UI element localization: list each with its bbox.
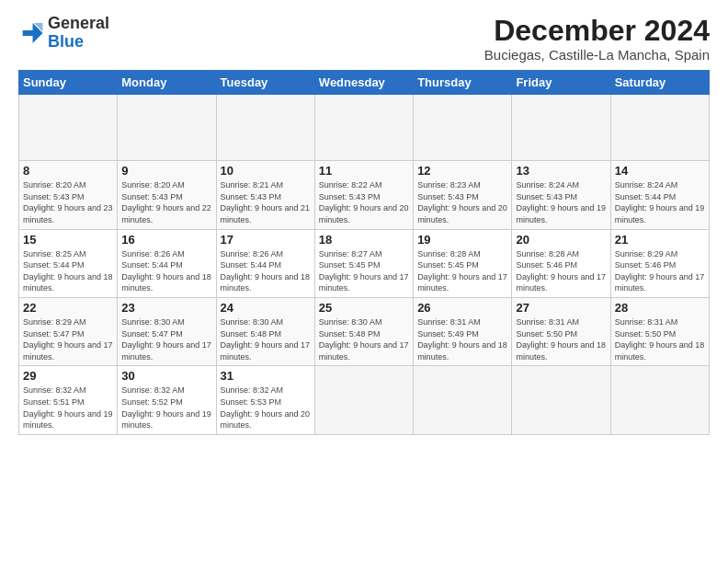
day-detail: Sunrise: 8:29 AM Sunset: 5:47 PM Dayligh… (23, 317, 113, 362)
day-detail: Sunrise: 8:26 AM Sunset: 5:44 PM Dayligh… (221, 249, 311, 293)
logo-icon (18, 20, 44, 46)
day-number: 15 (23, 233, 113, 247)
header-row: SundayMondayTuesdayWednesdayThursdayFrid… (19, 71, 710, 95)
calendar-cell: 15 Sunrise: 8:25 AM Sunset: 5:44 PM Dayl… (19, 229, 118, 297)
day-number: 12 (417, 164, 507, 178)
calendar-week-row: 22 Sunrise: 8:29 AM Sunset: 5:47 PM Dayl… (19, 297, 710, 365)
day-detail: Sunrise: 8:32 AM Sunset: 5:53 PM Dayligh… (221, 385, 311, 430)
calendar-cell (118, 95, 216, 161)
day-number: 21 (615, 233, 705, 247)
calendar-cell: 28 Sunrise: 8:31 AM Sunset: 5:50 PM Dayl… (610, 297, 709, 365)
calendar-cell: 22 Sunrise: 8:29 AM Sunset: 5:47 PM Dayl… (19, 297, 118, 365)
calendar-cell: 25 Sunrise: 8:30 AM Sunset: 5:48 PM Dayl… (314, 297, 413, 365)
day-detail: Sunrise: 8:21 AM Sunset: 5:43 PM Dayligh… (221, 180, 311, 224)
calendar-cell: 30 Sunrise: 8:32 AM Sunset: 5:52 PM Dayl… (118, 366, 216, 434)
day-number: 28 (615, 301, 705, 315)
weekday-header: Sunday (19, 71, 118, 95)
day-number: 27 (516, 301, 606, 315)
day-detail: Sunrise: 8:31 AM Sunset: 5:49 PM Dayligh… (417, 317, 507, 362)
weekday-header: Tuesday (216, 71, 314, 95)
day-number: 10 (221, 164, 311, 178)
location-title: Buciegas, Castille-La Mancha, Spain (484, 47, 710, 63)
day-detail: Sunrise: 8:20 AM Sunset: 5:43 PM Dayligh… (121, 180, 211, 224)
page-container: General Blue December 2024 Buciegas, Cas… (0, 0, 728, 444)
calendar-week-row (19, 95, 710, 161)
day-number: 16 (121, 233, 211, 247)
logo-text: General Blue (48, 15, 109, 52)
day-number: 25 (319, 301, 409, 315)
header: General Blue December 2024 Buciegas, Cas… (18, 15, 710, 63)
day-detail: Sunrise: 8:27 AM Sunset: 5:45 PM Dayligh… (319, 249, 409, 293)
month-title: December 2024 (484, 15, 710, 47)
calendar-cell (414, 366, 512, 434)
day-number: 19 (417, 233, 507, 247)
logo: General Blue (18, 15, 109, 52)
calendar-week-row: 8 Sunrise: 8:20 AM Sunset: 5:43 PM Dayli… (19, 161, 710, 229)
day-number: 29 (23, 369, 113, 383)
day-number: 20 (516, 233, 606, 247)
day-number: 26 (417, 301, 507, 315)
day-detail: Sunrise: 8:28 AM Sunset: 5:46 PM Dayligh… (516, 249, 606, 293)
day-detail: Sunrise: 8:24 AM Sunset: 5:44 PM Dayligh… (615, 180, 705, 224)
calendar-cell (610, 95, 709, 161)
calendar-cell (314, 366, 413, 434)
weekday-header: Saturday (610, 71, 709, 95)
day-detail: Sunrise: 8:31 AM Sunset: 5:50 PM Dayligh… (516, 317, 606, 362)
calendar-cell: 10 Sunrise: 8:21 AM Sunset: 5:43 PM Dayl… (216, 161, 314, 229)
calendar-cell (610, 366, 709, 434)
calendar-cell: 8 Sunrise: 8:20 AM Sunset: 5:43 PM Dayli… (19, 161, 118, 229)
day-detail: Sunrise: 8:26 AM Sunset: 5:44 PM Dayligh… (121, 249, 211, 293)
calendar-cell: 9 Sunrise: 8:20 AM Sunset: 5:43 PM Dayli… (118, 161, 216, 229)
calendar-week-row: 29 Sunrise: 8:32 AM Sunset: 5:51 PM Dayl… (19, 366, 710, 434)
day-detail: Sunrise: 8:32 AM Sunset: 5:51 PM Dayligh… (23, 385, 113, 430)
weekday-header: Monday (118, 71, 216, 95)
calendar-cell: 11 Sunrise: 8:22 AM Sunset: 5:43 PM Dayl… (314, 161, 413, 229)
calendar-table: SundayMondayTuesdayWednesdayThursdayFrid… (18, 70, 710, 435)
calendar-cell (216, 95, 314, 161)
day-number: 18 (319, 233, 409, 247)
weekday-header: Friday (512, 71, 610, 95)
calendar-cell: 21 Sunrise: 8:29 AM Sunset: 5:46 PM Dayl… (610, 229, 709, 297)
day-number: 11 (319, 164, 409, 178)
day-number: 23 (121, 301, 211, 315)
day-detail: Sunrise: 8:22 AM Sunset: 5:43 PM Dayligh… (319, 180, 409, 224)
calendar-cell: 17 Sunrise: 8:26 AM Sunset: 5:44 PM Dayl… (216, 229, 314, 297)
day-detail: Sunrise: 8:30 AM Sunset: 5:47 PM Dayligh… (121, 317, 211, 362)
calendar-cell (314, 95, 413, 161)
day-number: 8 (23, 164, 113, 178)
day-number: 14 (615, 164, 705, 178)
logo-general: General (48, 14, 109, 32)
calendar-week-row: 15 Sunrise: 8:25 AM Sunset: 5:44 PM Dayl… (19, 229, 710, 297)
calendar-cell: 19 Sunrise: 8:28 AM Sunset: 5:45 PM Dayl… (414, 229, 512, 297)
calendar-cell: 13 Sunrise: 8:24 AM Sunset: 5:43 PM Dayl… (512, 161, 610, 229)
logo-blue: Blue (48, 32, 84, 51)
day-detail: Sunrise: 8:28 AM Sunset: 5:45 PM Dayligh… (417, 249, 507, 293)
day-detail: Sunrise: 8:30 AM Sunset: 5:48 PM Dayligh… (319, 317, 409, 362)
calendar-cell (512, 366, 610, 434)
calendar-cell (512, 95, 610, 161)
calendar-cell: 26 Sunrise: 8:31 AM Sunset: 5:49 PM Dayl… (414, 297, 512, 365)
calendar-cell: 31 Sunrise: 8:32 AM Sunset: 5:53 PM Dayl… (216, 366, 314, 434)
calendar-cell: 16 Sunrise: 8:26 AM Sunset: 5:44 PM Dayl… (118, 229, 216, 297)
title-block: December 2024 Buciegas, Castille-La Manc… (484, 15, 710, 63)
calendar-cell: 27 Sunrise: 8:31 AM Sunset: 5:50 PM Dayl… (512, 297, 610, 365)
weekday-header: Thursday (414, 71, 512, 95)
day-number: 30 (121, 369, 211, 383)
day-detail: Sunrise: 8:20 AM Sunset: 5:43 PM Dayligh… (23, 180, 113, 224)
day-detail: Sunrise: 8:30 AM Sunset: 5:48 PM Dayligh… (221, 317, 311, 362)
day-detail: Sunrise: 8:25 AM Sunset: 5:44 PM Dayligh… (23, 249, 113, 293)
day-detail: Sunrise: 8:31 AM Sunset: 5:50 PM Dayligh… (615, 317, 705, 362)
calendar-cell: 12 Sunrise: 8:23 AM Sunset: 5:43 PM Dayl… (414, 161, 512, 229)
calendar-cell: 24 Sunrise: 8:30 AM Sunset: 5:48 PM Dayl… (216, 297, 314, 365)
day-number: 31 (221, 369, 311, 383)
day-number: 13 (516, 164, 606, 178)
day-number: 24 (221, 301, 311, 315)
calendar-cell: 20 Sunrise: 8:28 AM Sunset: 5:46 PM Dayl… (512, 229, 610, 297)
day-detail: Sunrise: 8:23 AM Sunset: 5:43 PM Dayligh… (417, 180, 507, 224)
calendar-cell (414, 95, 512, 161)
calendar-cell: 14 Sunrise: 8:24 AM Sunset: 5:44 PM Dayl… (610, 161, 709, 229)
day-number: 22 (23, 301, 113, 315)
calendar-cell: 23 Sunrise: 8:30 AM Sunset: 5:47 PM Dayl… (118, 297, 216, 365)
calendar-cell: 29 Sunrise: 8:32 AM Sunset: 5:51 PM Dayl… (19, 366, 118, 434)
day-detail: Sunrise: 8:24 AM Sunset: 5:43 PM Dayligh… (516, 180, 606, 224)
